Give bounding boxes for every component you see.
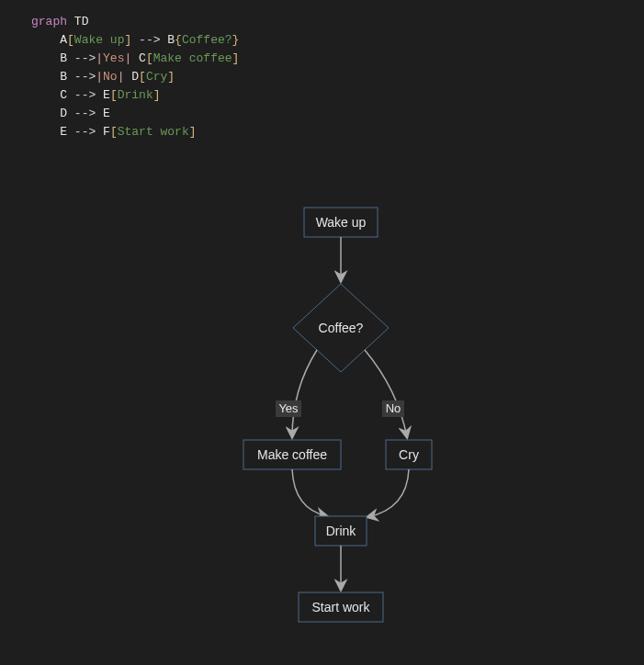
node-text: Make coffee xyxy=(153,51,232,65)
code-line-4: C --> E[Drink] xyxy=(31,86,644,105)
arrow: --> xyxy=(74,125,96,139)
diagram-area: Wake up Coffee? Yes No Make coffee Cry D… xyxy=(0,141,644,656)
bracket: [ xyxy=(139,70,146,84)
pipe-text: No xyxy=(103,70,118,84)
node-id: B xyxy=(60,70,67,84)
node-id: D xyxy=(60,107,67,120)
node-id: E xyxy=(60,125,67,139)
bracket: ] xyxy=(189,125,197,139)
code-line-3: B -->|No| D[Cry] xyxy=(31,68,644,86)
node-start-work-label: Start work xyxy=(311,600,370,614)
edge-d-e xyxy=(367,469,409,517)
bracket: [ xyxy=(146,51,153,65)
arrow: --> xyxy=(74,107,96,120)
bracket: [ xyxy=(110,88,118,102)
bracket: ] xyxy=(153,88,161,102)
pipe: | xyxy=(96,70,103,84)
node-text: Wake up xyxy=(74,33,125,47)
node-cry-label: Cry xyxy=(399,447,419,462)
node-id: E xyxy=(103,88,110,102)
code-line-1: A[Wake up] --> B{Coffee?} xyxy=(31,31,644,50)
bracket: [ xyxy=(110,125,118,139)
edge-b-c-label: Yes xyxy=(278,401,299,415)
node-id: B xyxy=(167,33,175,47)
arrow: --> xyxy=(74,88,96,102)
edge-b-d-label: No xyxy=(386,401,401,415)
pipe-text: Yes xyxy=(103,51,124,65)
node-coffee-label: Coffee? xyxy=(319,321,364,335)
node-text: Drink xyxy=(118,88,153,102)
arrow: --> xyxy=(74,51,96,65)
keyword-td: TD xyxy=(74,15,89,28)
code-line-header: graph TD xyxy=(31,13,644,31)
bracket: ] xyxy=(167,70,175,84)
code-line-5: D --> E xyxy=(31,105,644,123)
node-make-coffee-label: Make coffee xyxy=(257,447,327,462)
edge-b-d xyxy=(365,350,407,437)
code-line-2: B -->|Yes| C[Make coffee] xyxy=(31,50,644,68)
pipe: | xyxy=(124,51,131,65)
edge-c-e xyxy=(292,469,327,516)
brace: } xyxy=(232,33,240,47)
arrow: --> xyxy=(74,70,96,84)
arrow: --> xyxy=(139,33,160,47)
node-id: B xyxy=(60,51,67,65)
node-id: A xyxy=(60,33,67,47)
node-text: Start work xyxy=(118,125,189,139)
bracket: [ xyxy=(67,33,74,47)
flowchart-svg: Wake up Coffee? Yes No Make coffee Cry D… xyxy=(0,141,644,656)
node-text: Coffee? xyxy=(182,33,232,47)
code-block: graph TD A[Wake up] --> B{Coffee?} B -->… xyxy=(0,0,644,141)
bracket: ] xyxy=(124,33,131,47)
node-id: D xyxy=(131,70,139,84)
pipe: | xyxy=(96,51,103,65)
code-line-6: E --> F[Start work] xyxy=(31,123,644,141)
brace: { xyxy=(175,33,182,47)
node-text: Cry xyxy=(146,70,167,84)
node-id: C xyxy=(139,51,146,65)
node-id: F xyxy=(103,125,110,139)
node-drink-label: Drink xyxy=(326,524,357,538)
node-wake-up-label: Wake up xyxy=(316,215,367,230)
node-id: E xyxy=(103,107,110,120)
node-id: C xyxy=(60,88,67,102)
bracket: ] xyxy=(232,51,240,65)
pipe: | xyxy=(118,70,125,84)
edge-b-c xyxy=(292,350,317,437)
keyword-graph: graph xyxy=(31,15,67,28)
